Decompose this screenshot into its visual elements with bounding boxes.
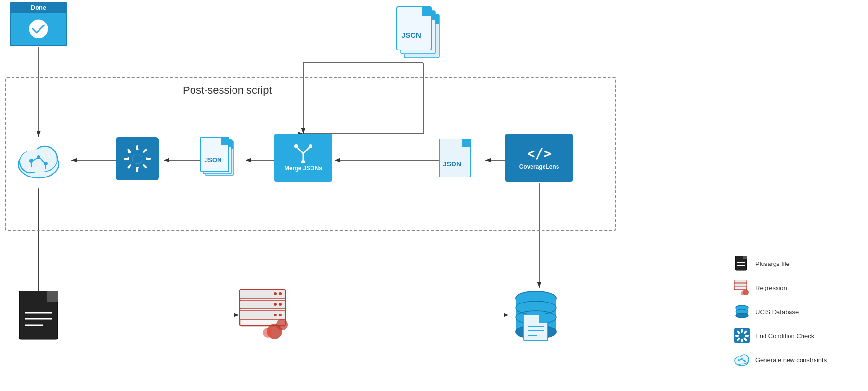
svg-rect-39 bbox=[136, 167, 138, 172]
svg-point-19 bbox=[29, 19, 48, 38]
svg-text:JSON: JSON bbox=[205, 156, 221, 164]
legend-icon-gear bbox=[733, 327, 751, 344]
svg-point-54 bbox=[294, 144, 298, 148]
legend-icon-regression bbox=[733, 279, 751, 296]
legend-text-ucis: UCIS Database bbox=[755, 308, 799, 315]
svg-rect-100 bbox=[734, 280, 747, 283]
svg-point-43 bbox=[132, 154, 142, 164]
svg-point-78 bbox=[263, 328, 272, 338]
svg-rect-38 bbox=[143, 164, 147, 169]
svg-point-25 bbox=[37, 155, 40, 159]
svg-rect-37 bbox=[146, 158, 151, 160]
svg-rect-116 bbox=[741, 339, 743, 342]
svg-point-26 bbox=[44, 162, 48, 165]
svg-point-103 bbox=[741, 291, 745, 295]
svg-point-56 bbox=[301, 160, 305, 163]
svg-rect-41 bbox=[124, 158, 129, 160]
cloud-icon bbox=[12, 136, 65, 184]
done-section: Done bbox=[10, 2, 67, 46]
legend-text-plusargs: Plusargs file bbox=[755, 260, 790, 267]
svg-rect-75 bbox=[240, 311, 285, 319]
coverage-lens-label: CoverageLens bbox=[519, 164, 559, 170]
json-top-stack: JSON bbox=[395, 5, 450, 69]
coverage-lens-box: </> CoverageLens bbox=[505, 134, 573, 182]
svg-point-55 bbox=[309, 144, 312, 148]
svg-rect-118 bbox=[735, 335, 739, 337]
legend-icon-cloud bbox=[733, 351, 751, 368]
legend-text-generate: Generate new constraints bbox=[755, 356, 827, 364]
gear-icon bbox=[123, 144, 152, 173]
diagram-container: Done Post-session script bbox=[0, 0, 868, 391]
svg-rect-114 bbox=[745, 335, 749, 337]
done-box bbox=[10, 13, 67, 46]
gear-box bbox=[116, 137, 159, 180]
svg-text:JSON: JSON bbox=[443, 160, 461, 168]
json-right-of-merge: JSON bbox=[439, 139, 475, 183]
merge-icon bbox=[291, 144, 315, 163]
legend-item-regression: Regression bbox=[733, 279, 854, 296]
regression-icon bbox=[235, 287, 300, 349]
svg-point-77 bbox=[276, 319, 288, 330]
legend-text-check-end: End Condition Check bbox=[755, 332, 814, 340]
svg-point-23 bbox=[20, 149, 57, 172]
legend-item-check-end: End Condition Check bbox=[733, 327, 854, 344]
svg-point-80 bbox=[279, 292, 282, 295]
legend-item-plusargs: Plusargs file bbox=[733, 255, 854, 272]
svg-rect-40 bbox=[127, 164, 132, 169]
svg-point-120 bbox=[739, 333, 745, 339]
svg-rect-36 bbox=[143, 149, 147, 153]
post-session-label: Post-session script bbox=[183, 84, 272, 97]
legend-item-ucis: UCIS Database bbox=[733, 303, 854, 320]
svg-marker-91 bbox=[539, 314, 548, 323]
legend-icon-ucis bbox=[733, 303, 751, 320]
svg-rect-101 bbox=[734, 284, 747, 287]
svg-marker-49 bbox=[221, 137, 229, 145]
legend-icon-plusargs bbox=[733, 255, 751, 272]
svg-marker-58 bbox=[462, 139, 470, 147]
svg-point-83 bbox=[274, 314, 277, 316]
svg-point-82 bbox=[279, 303, 282, 306]
svg-point-24 bbox=[29, 159, 33, 163]
legend-text-regression: Regression bbox=[755, 284, 787, 291]
done-label-bar: Done bbox=[10, 2, 67, 13]
json-left-of-merge: JSON bbox=[200, 137, 243, 185]
coverage-lens-symbol: </> bbox=[527, 146, 552, 162]
svg-text:JSON: JSON bbox=[402, 31, 421, 39]
legend-item-generate: Generate new constraints bbox=[733, 351, 854, 368]
database-icon bbox=[509, 288, 562, 347]
svg-point-81 bbox=[274, 303, 277, 306]
done-check-icon bbox=[28, 18, 49, 39]
svg-rect-32 bbox=[136, 145, 138, 150]
svg-rect-109 bbox=[741, 329, 743, 333]
svg-marker-68 bbox=[47, 291, 58, 302]
svg-rect-74 bbox=[240, 300, 285, 309]
svg-marker-65 bbox=[422, 7, 431, 16]
svg-rect-73 bbox=[240, 290, 285, 298]
legend: Plusargs file Regression bbox=[733, 255, 854, 375]
merge-jsons-box: Merge JSONs bbox=[274, 134, 332, 182]
svg-marker-96 bbox=[743, 256, 747, 259]
svg-point-125 bbox=[738, 359, 740, 361]
svg-point-79 bbox=[274, 292, 277, 295]
black-file-icon bbox=[19, 291, 65, 346]
svg-point-84 bbox=[279, 314, 282, 316]
merge-jsons-label: Merge JSONs bbox=[285, 165, 322, 172]
